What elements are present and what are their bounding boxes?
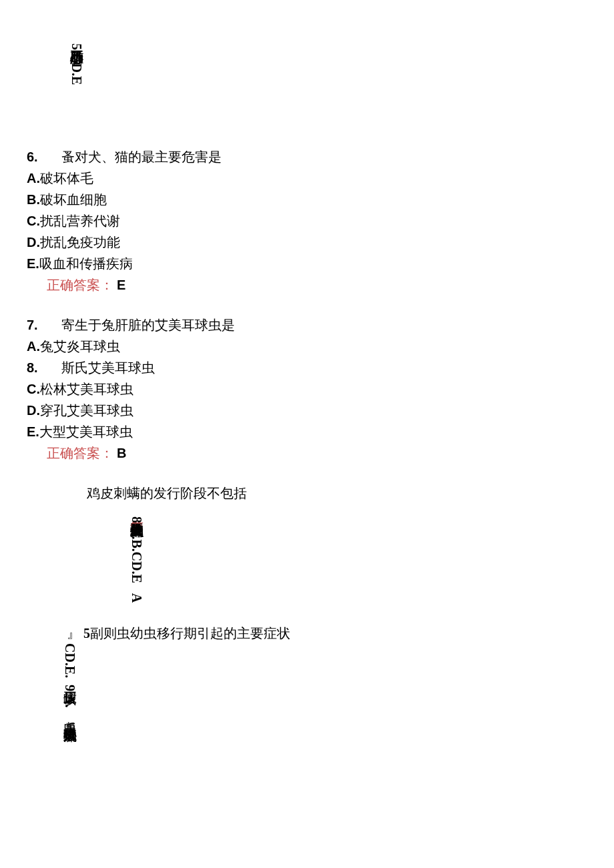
q7-option-a: A.兔艾炎耳球虫 <box>27 336 587 356</box>
q7-answer: B <box>117 446 126 460</box>
option-label-c: C. <box>27 382 40 396</box>
q6-opt-c-text: 扰乱营养代谢 <box>40 213 120 228</box>
q6-option-d: D.扰乱免疫功能 <box>27 232 587 252</box>
q7-line8: 8. 斯氏艾美耳球虫 <box>27 358 587 378</box>
option-label-a: A. <box>27 171 40 185</box>
q7-option-d: D.穿孔艾美耳球虫 <box>27 400 587 420</box>
q6-number: 6. <box>27 149 38 164</box>
q6-answer: E <box>117 278 125 292</box>
option-label-c: C. <box>27 213 40 228</box>
q7-opt-a-text: 兔艾炎耳球虫 <box>40 339 120 354</box>
q9-text: 副则虫幼虫移行期引起的主要症状 <box>90 623 290 643</box>
q7-answer-label: 正确答案： <box>47 446 113 460</box>
q8-text: 鸡皮刺螨的发行阶段不包括 <box>87 483 587 503</box>
q9-stem: 』 5 副则虫幼虫移行期引起的主要症状 <box>27 623 587 643</box>
q7-opt-c-text: 松林艾美耳球虫 <box>40 382 133 396</box>
q9-vertical-labels: CD.E. <box>63 643 77 678</box>
q9-number: 5 <box>83 623 90 643</box>
block1-vertical: 脏脏脏肠确心肝肺小正 5.CD.E <box>67 40 87 120</box>
q7-option-e: E.大型艾美耳球虫 <box>27 422 587 442</box>
q6-opt-e-text: 吸血和传播疾病 <box>39 256 133 271</box>
q6-answer-line: 正确答案： E <box>27 275 587 295</box>
q9-vertical-num: 9.A. <box>63 685 77 707</box>
option-label-d: D. <box>27 403 40 418</box>
q6-opt-b-text: 破坏血细胞 <box>40 192 107 207</box>
option-label-b: B. <box>27 192 40 207</box>
q6-option-b: B.破坏血细胞 <box>27 189 587 209</box>
q9-vertical: CD.E. 尿咳便正 9.A. 氏 俏粗 尿频嗽秘确流血 <box>60 643 80 750</box>
q6-opt-d-text: 扰乱免疫功能 <box>40 235 120 250</box>
q6-stem: 6. 蚤对犬、猫的最主要危害是 <box>27 147 587 167</box>
q7-line8-text: 斯氏艾美耳球虫 <box>61 360 155 375</box>
q9-symbol: 』 <box>67 623 80 643</box>
option-label-d: D. <box>27 235 40 250</box>
q8-vertical-labels: 8.A.B.CD.E <box>129 516 144 583</box>
option-label-e: E. <box>27 424 39 439</box>
q6-option-e: E.吸血和传播疾病 <box>27 254 587 274</box>
q7-line8-number: 8. <box>27 360 38 375</box>
q6-opt-a-text: 破坏体毛 <box>40 171 93 185</box>
question-7: 7. 寄生于兔肝脏的艾美耳球虫是 A.兔艾炎耳球虫 8. 斯氏艾美耳球虫 C.松… <box>27 315 587 463</box>
q8-answer-letter: A <box>129 593 144 602</box>
q7-text: 寄生于兔肝脏的艾美耳球虫是 <box>61 318 235 332</box>
q7-answer-line: 正确答案： B <box>27 443 587 463</box>
question-6: 6. 蚤对犬、猫的最主要危害是 A.破坏体毛 B.破坏血细胞 C.扰乱营养代谢 … <box>27 147 587 295</box>
q7-opt-e-text: 大型艾美耳球虫 <box>39 424 133 439</box>
q7-opt-d-text: 穿孔艾美耳球虫 <box>40 403 133 418</box>
q6-answer-label: 正确答案： <box>47 278 113 292</box>
q6-text: 蚤对犬、猫的最主要危害是 <box>61 149 222 164</box>
q7-number: 7. <box>27 318 38 332</box>
option-label-a: A. <box>27 339 40 354</box>
block1-label: 5.CD.E <box>69 43 84 85</box>
q6-option-a: A.破坏体毛 <box>27 168 587 188</box>
option-label-e: E. <box>27 256 39 271</box>
q7-option-c: C.松林艾美耳球虫 <box>27 379 587 399</box>
q8-vertical: 案答 蛹虫卵虫虫虫幼若成正确 8.A.B.CD.E A <box>127 510 147 603</box>
q6-option-c: C.扰乱营养代谢 <box>27 211 587 231</box>
q7-stem: 7. 寄生于兔肝脏的艾美耳球虫是 <box>27 315 587 335</box>
